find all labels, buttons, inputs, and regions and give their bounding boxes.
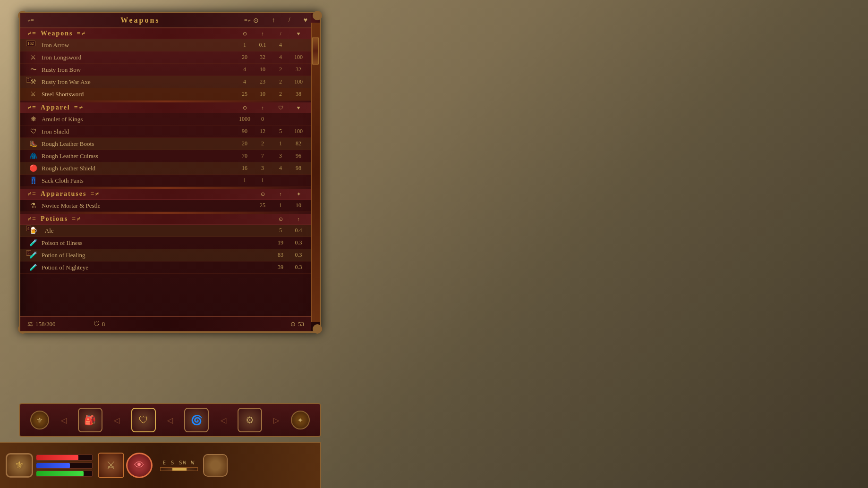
gold-value: 53 [298, 320, 304, 328]
list-item[interactable]: ⚔ Iron Longsword 20 32 4 100 [20, 51, 311, 64]
item-name: - Ale - [42, 227, 272, 235]
stat-val2: 10 [254, 66, 272, 73]
apparatuses-ornament-l: ⌿= [27, 190, 37, 198]
scrollbar-handle[interactable] [312, 37, 319, 65]
list-item[interactable]: 🔴 Rough Leather Shield 16 3 4 98 [20, 162, 311, 175]
toolbar-btn-right-orb[interactable]: ✦ [291, 411, 310, 429]
status-bar: ⚖ 158/200 🛡 8 ⊙ 53 [20, 316, 311, 331]
item-name: Steel Shortsword [42, 91, 236, 98]
stat-val1: 4 [236, 78, 254, 85]
item-stats: 25 10 2 38 [236, 91, 307, 98]
stat-val3: 2 [272, 91, 289, 98]
toolbar-btn-left-orb[interactable]: ⚜ [30, 411, 49, 429]
list-item[interactable]: 👖 Sack Cloth Pants 1 1 [20, 175, 311, 187]
item-count: 2 [26, 77, 31, 83]
col-stat-durability: ♥ [289, 31, 307, 37]
sword-icon: ⚔ [30, 53, 36, 61]
item-stats: 20 32 4 100 [236, 54, 307, 61]
col-stat-gold: ⊙ [272, 216, 289, 222]
amulet-icon: ❋ [31, 115, 36, 123]
col-icon-gold: ⊙ [253, 17, 259, 25]
weight-status: ⚖ 158/200 [27, 320, 56, 328]
list-item[interactable]: 🛡 Iron Shield 90 12 5 100 [20, 126, 311, 138]
item-icon-cell: 🛡 [25, 128, 42, 135]
toolbar-btn-tools[interactable]: ⚙ [238, 408, 262, 432]
stat-val3: 2 [272, 78, 289, 85]
list-item[interactable]: ⚗ Novice Mortar & Pestle 25 1 10 [20, 200, 311, 212]
toolbar-btn-shield[interactable]: 🛡 [131, 408, 156, 432]
hud-weapon-button[interactable]: ⚔ [98, 453, 124, 478]
stat-val3: 4 [272, 54, 289, 61]
mana-bar-fill [36, 463, 70, 468]
stat-val4: 100 [289, 128, 307, 135]
hud-right-orb[interactable] [203, 454, 228, 477]
apparel-section-header: ⌿= Apparel =⌿ ⊙ ↑ 🛡 ♥ [20, 102, 311, 113]
shield-status: 🛡 8 [94, 320, 105, 328]
item-stats: 25 1 10 [254, 202, 307, 209]
list-item[interactable]: 3 🧪 Potion of Healing 83 0.3 [20, 249, 311, 261]
list-item[interactable]: 🥾 Rough Leather Boots 20 2 1 82 [20, 138, 311, 150]
list-item[interactable]: 4 🍺 - Ale - 5 0.4 [20, 225, 311, 237]
toolbar-btn-magic[interactable]: 🌀 [184, 408, 209, 432]
list-item[interactable]: 〜 Rusty Iron Bow 4 10 2 32 [20, 64, 311, 76]
apparatuses-ornament-r: =⌿ [90, 190, 100, 198]
col-stat-gold: ⊙ [254, 191, 272, 197]
stat-val3 [272, 116, 289, 123]
item-name: Rough Leather Shield [42, 165, 236, 172]
list-item[interactable]: 🧥 Rough Leather Cuirass 70 7 3 96 [20, 150, 311, 162]
item-icon-cell: 🥾 [25, 140, 42, 148]
item-stats: 19 0.3 [272, 239, 307, 246]
poison-icon: 🧪 [29, 239, 37, 247]
stat-val4: 82 [289, 140, 307, 147]
item-icon-cell: 🔴 [25, 164, 42, 172]
item-icon-cell: 3 🧪 [25, 251, 42, 259]
toolbar-btn-inventory[interactable]: 🎒 [78, 408, 102, 432]
list-item[interactable]: ❋ Amulet of Kings 1000 0 [20, 113, 311, 126]
list-item[interactable]: 162 → Iron Arrow 1 0.1 4 [20, 39, 311, 51]
item-count: 4 [26, 226, 31, 231]
apparel-ornament-r: =⌿ [74, 104, 84, 111]
hud-face-button[interactable]: 👁 [126, 453, 153, 478]
panel-corner-tr [313, 11, 322, 20]
item-name: Sack Cloth Pants [42, 177, 236, 185]
main-header: ⌿= Weapons =⌿ ⊙ ↑ / ♥ [20, 13, 311, 28]
stat-val3: 1 [272, 140, 289, 147]
item-name: Rough Leather Cuirass [42, 152, 236, 160]
col-stat-armor: 🛡 [272, 105, 289, 111]
stat-val2: 0.3 [289, 239, 307, 246]
toolbar-separator-2: ◁ [114, 416, 119, 425]
item-name: Rusty Iron Bow [42, 66, 236, 74]
hud-center-buttons: ⚔ 👁 [98, 453, 153, 478]
col-stat-weight: ↑ [289, 216, 307, 222]
toolbar-separator-5: ▷ [273, 416, 279, 425]
weapon-icon: ⚔ [106, 459, 116, 471]
col-icon-heart: ♥ [304, 17, 307, 25]
shortsword-icon: ⚔ [30, 90, 36, 98]
stat-val3: 5 [272, 128, 289, 135]
scrollbar[interactable] [311, 23, 320, 322]
stat-val3: 3 [272, 152, 289, 160]
compass-area: E S SW W [160, 460, 198, 471]
panel-corner-br [313, 324, 322, 334]
stat-val2: 0.3 [289, 264, 307, 271]
hud-left-orb[interactable]: ⚜ [6, 453, 33, 478]
item-name: Iron Longsword [42, 54, 236, 61]
list-item[interactable]: 2 ⚒ Rusty Iron War Axe 4 23 2 100 [20, 76, 311, 88]
compass-text: E S SW W [163, 460, 196, 466]
stat-val1: 70 [236, 152, 254, 160]
potions-title: ⌿= Potions =⌿ [27, 215, 272, 223]
stat-val1: 5 [272, 227, 289, 234]
stat-val2: 23 [254, 78, 272, 85]
list-item[interactable]: 🧪 Poison of Illness 19 0.3 [20, 237, 311, 249]
weapons-ornament-r: =⌿ [77, 30, 86, 37]
mortar-icon: ⚗ [30, 202, 36, 210]
item-icon-cell: ❋ [25, 115, 42, 123]
stat-val1: 1 [236, 42, 254, 49]
stat-val2: 10 [254, 91, 272, 98]
list-item[interactable]: ⚔ Steel Shortsword 25 10 2 38 [20, 88, 311, 101]
stat-val1: 1 [236, 177, 254, 184]
list-item[interactable]: 🧪 Potion of Nighteye 39 0.3 [20, 261, 311, 274]
apparel-col-stats: ⊙ ↑ 🛡 ♥ [236, 105, 307, 111]
item-name: Poison of Illness [42, 239, 272, 247]
pants-icon: 👖 [29, 177, 37, 185]
